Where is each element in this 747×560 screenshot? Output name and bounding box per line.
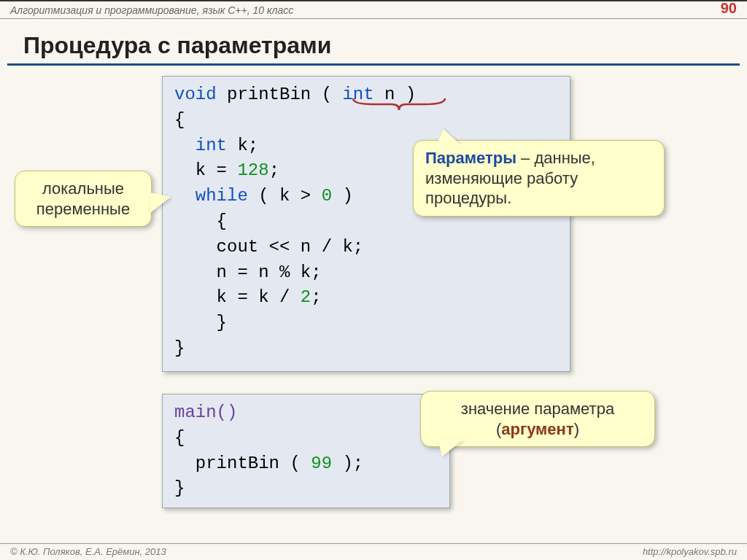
callout-tail-icon <box>150 192 171 213</box>
copyright: © К.Ю. Поляков, Е.А. Ерёмин, 2013 <box>10 546 166 557</box>
page-number: 90 <box>721 0 737 17</box>
callout-local-vars: локальные переменные <box>15 171 152 227</box>
slide-header: Алгоритмизация и программирование, язык … <box>0 0 747 19</box>
footer-url: http://kpolyakov.spb.ru <box>643 546 737 557</box>
slide-body: void printBin ( int n ) { int k; k = 128… <box>0 76 747 542</box>
course-label: Алгоритмизация и программирование, язык … <box>10 4 293 16</box>
slide-title: Процедура с параметрами <box>7 19 740 66</box>
code-block-procedure: void printBin ( int n ) { int k; k = 128… <box>162 76 570 372</box>
callout-parameters: Параметры – данные, изменяющие работу пр… <box>413 140 665 217</box>
callout-tail-icon <box>436 129 461 145</box>
slide-footer: © К.Ю. Поляков, Е.А. Ерёмин, 2013 http:/… <box>0 543 747 560</box>
code-block-main: main() { printBin ( 99 ); } <box>162 394 450 508</box>
callout-tail-icon <box>438 439 464 456</box>
